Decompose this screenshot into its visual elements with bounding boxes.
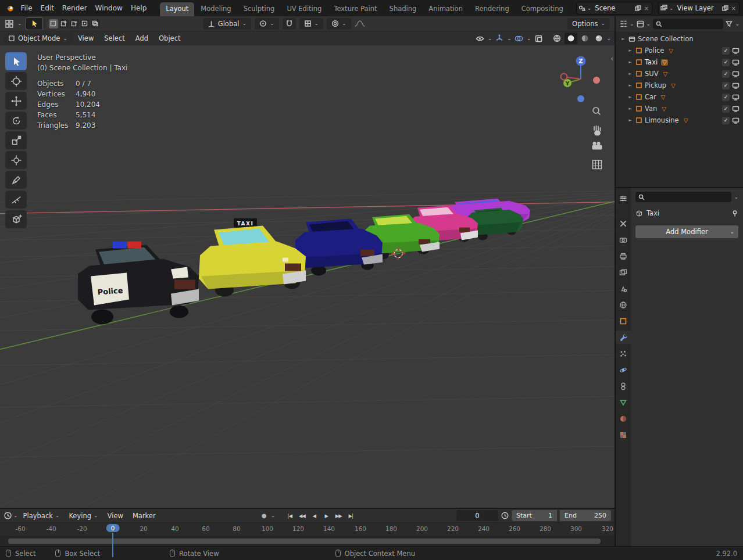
menu-window[interactable]: Window	[91, 2, 127, 14]
tool-add-cube[interactable]	[5, 210, 27, 228]
options-dropdown[interactable]: Options ⌄	[567, 18, 610, 30]
auto-keying-record-button[interactable]: ●	[259, 511, 269, 521]
outliner-row-suv[interactable]: ► SUV ▽ ✓	[616, 68, 743, 80]
tool-transform[interactable]	[5, 151, 27, 169]
exclude-checkbox[interactable]: ✓	[722, 82, 730, 89]
disable-in-viewport-icon[interactable]	[732, 117, 740, 124]
viewport-3d[interactable]: TAXI	[0, 45, 615, 508]
view-menu[interactable]: View	[103, 511, 127, 521]
menu-add[interactable]: Add	[131, 33, 153, 44]
disclosure-icon[interactable]: ►	[627, 118, 633, 123]
tab-material[interactable]	[616, 412, 631, 425]
disclosure-icon[interactable]: ►	[627, 83, 633, 88]
outliner-search-input[interactable]	[665, 20, 720, 28]
tab-texture[interactable]	[616, 428, 631, 441]
pin-icon[interactable]	[731, 210, 738, 217]
tab-object-data[interactable]	[616, 396, 631, 409]
disclosure-icon[interactable]: ►	[627, 106, 633, 111]
tab-shading[interactable]: Shading	[384, 2, 423, 16]
playhead[interactable]: 0	[106, 524, 120, 532]
car-taxi[interactable]: TAXI	[199, 218, 306, 297]
tab-object[interactable]	[616, 314, 631, 328]
new-view-layer-icon[interactable]	[722, 5, 728, 12]
tool-scale[interactable]	[5, 131, 27, 149]
timeline-editor-icon[interactable]	[3, 511, 12, 520]
sidebar-toggle-arrow[interactable]: ‹	[610, 55, 613, 63]
keying-menu[interactable]: Keying⌄	[65, 511, 102, 521]
tool-measure[interactable]	[5, 191, 27, 209]
timeline-scrollbar[interactable]	[8, 539, 601, 544]
select-mode-invert-icon[interactable]	[80, 19, 90, 28]
menu-help[interactable]: Help	[127, 2, 151, 14]
menu-select[interactable]: Select	[99, 33, 129, 44]
mesh-data-icon[interactable]: ▽	[660, 94, 667, 100]
tab-sculpting[interactable]: Sculpting	[238, 2, 281, 16]
disclosure-icon[interactable]: ►	[627, 71, 633, 76]
properties-search-input[interactable]	[647, 193, 728, 201]
shading-solid-button[interactable]	[565, 33, 577, 44]
shading-material-button[interactable]	[578, 33, 591, 44]
outliner-row-van[interactable]: ► Van ▽ ✓	[616, 103, 743, 114]
xray-toggle[interactable]	[532, 33, 545, 44]
tool-select-tweak[interactable]	[5, 52, 27, 70]
disclosure-icon[interactable]: ►	[627, 60, 633, 64]
zoom-button[interactable]	[593, 107, 600, 114]
timeline-scroll-track[interactable]	[0, 536, 615, 546]
outliner-search[interactable]	[653, 19, 723, 29]
use-preview-range-icon[interactable]	[501, 511, 509, 520]
mode-dropdown[interactable]: Object Mode ⌄	[3, 33, 72, 44]
current-frame-field[interactable]: 0	[456, 510, 498, 521]
proportional-editing-dropdown[interactable]: ⌄	[327, 18, 351, 30]
snap-target-dropdown[interactable]: ⌄	[299, 18, 324, 30]
exclude-checkbox[interactable]: ✓	[722, 105, 730, 113]
frame-end-field[interactable]: End250	[560, 510, 611, 521]
jump-to-end-button[interactable]: ▶|	[345, 511, 356, 521]
select-mode-extend-icon[interactable]	[59, 19, 69, 28]
snap-toggle[interactable]	[283, 18, 296, 30]
tool-annotate[interactable]	[5, 171, 27, 189]
editor-type-caret[interactable]: ⌄	[17, 21, 22, 26]
marker-menu[interactable]: Marker	[128, 511, 160, 521]
gizmo-x-axis-negative[interactable]	[561, 74, 567, 80]
shading-rendered-button[interactable]	[592, 33, 605, 44]
tool-rotate[interactable]	[5, 112, 27, 130]
tool-move[interactable]	[5, 92, 27, 110]
tab-modifiers[interactable]	[616, 331, 631, 344]
next-keyframe-button[interactable]: ▶▶	[333, 511, 344, 521]
tab-modeling[interactable]: Modeling	[195, 2, 237, 16]
shading-wireframe-button[interactable]	[551, 33, 563, 44]
jump-to-start-button[interactable]: |◀	[284, 511, 295, 521]
menu-edit[interactable]: Edit	[37, 2, 58, 14]
menu-render[interactable]: Render	[58, 2, 91, 14]
tab-compositing[interactable]: Compositing	[516, 2, 569, 16]
view-layer-browse-caret[interactable]: ⌄	[669, 6, 674, 11]
add-modifier-button[interactable]: Add Modifier ⌄	[635, 225, 738, 238]
view-layer-selector[interactable]: ⌄ View Layer ×	[658, 2, 740, 15]
tab-rendering[interactable]: Rendering	[469, 2, 515, 16]
gizmo-z-axis-negative[interactable]	[577, 95, 584, 102]
outliner-row-scene-collection[interactable]: ► Scene Collection	[616, 33, 743, 45]
transform-orientation-dropdown[interactable]: Global ⌄	[203, 18, 251, 30]
exclude-checkbox[interactable]: ✓	[722, 70, 730, 78]
disable-in-viewport-icon[interactable]	[732, 106, 740, 112]
disclosure-icon[interactable]: ►	[620, 37, 626, 41]
tab-texture-paint[interactable]: Texture Paint	[328, 2, 383, 16]
properties-options-caret[interactable]: ⌄	[734, 195, 738, 200]
frame-start-field[interactable]: Start1	[512, 510, 557, 521]
disable-in-viewport-icon[interactable]	[732, 82, 740, 89]
tab-animation[interactable]: Animation	[423, 2, 469, 16]
object-visibility-dropdown[interactable]	[474, 33, 487, 44]
tab-tool[interactable]	[616, 217, 631, 230]
menu-object[interactable]: Object	[154, 33, 185, 44]
remove-view-layer-icon[interactable]: ×	[730, 5, 737, 12]
active-tool-button[interactable]	[26, 17, 43, 30]
tab-output[interactable]	[616, 249, 631, 263]
outliner-editor-icon[interactable]	[619, 20, 627, 28]
select-mode-new-icon[interactable]	[49, 19, 58, 28]
camera-view-button[interactable]	[592, 142, 602, 150]
mesh-data-icon[interactable]: ▽	[662, 71, 669, 77]
mesh-data-icon[interactable]: ▽	[660, 106, 667, 112]
menu-view[interactable]: View	[73, 33, 98, 44]
tab-constraints[interactable]	[616, 379, 631, 393]
view-layer-name[interactable]: View Layer	[676, 4, 720, 12]
